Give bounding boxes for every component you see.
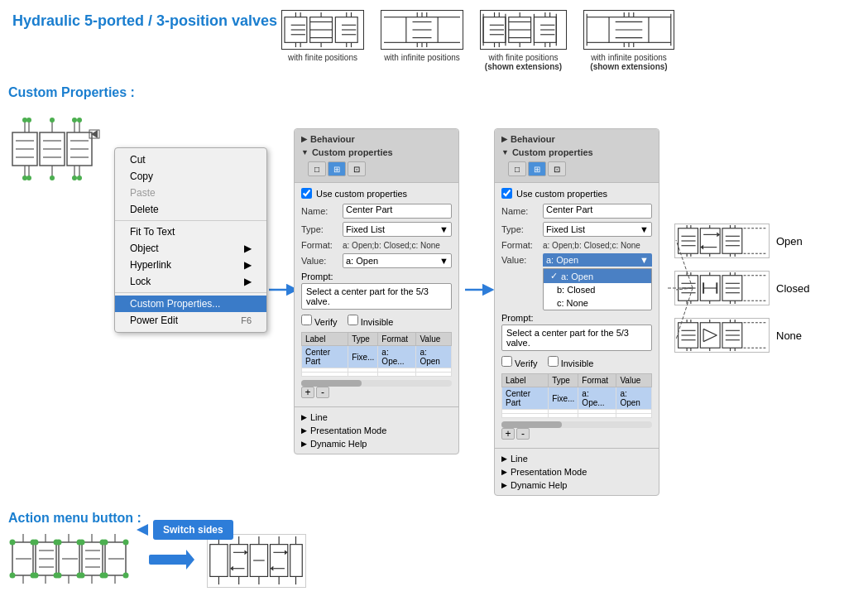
fit-to-text-menu-item[interactable]: Fit To Text xyxy=(115,224,266,240)
dropdown-option-open[interactable]: ✓a: Open xyxy=(544,269,651,283)
valve-shape-finite: with finite positions xyxy=(281,10,364,62)
toolbar-btn-5[interactable]: ⊞ xyxy=(528,161,546,176)
copy-menu-item[interactable]: Copy xyxy=(115,168,266,185)
custom-props-title-2: ▼ Custom properties xyxy=(501,146,652,159)
use-custom-props-1[interactable]: Use custom properties xyxy=(301,188,452,199)
verify-row-2: Verify Invisible xyxy=(501,356,652,368)
remove-btn-1[interactable]: - xyxy=(316,387,329,398)
svg-point-102 xyxy=(50,118,55,123)
svg-point-233 xyxy=(103,573,108,579)
remove-btn-2[interactable]: - xyxy=(516,428,530,440)
object-menu-item[interactable]: Object ▶ xyxy=(115,240,266,257)
dynamic-help-item-1[interactable]: ▶ Dynamic Help xyxy=(301,437,452,450)
add-btn-2[interactable]: + xyxy=(501,428,515,440)
valve-shape-finite-ext: with finite positions(shown extensions) xyxy=(480,10,567,71)
svg-point-221 xyxy=(33,573,39,579)
custom-props-title-1: ▼ Custom properties xyxy=(301,146,452,159)
svg-point-232 xyxy=(123,540,129,546)
valve-infinite-ext-label: with infinite positions(shown extensions… xyxy=(590,53,667,71)
separator-1 xyxy=(115,220,266,221)
action-valve-svg xyxy=(8,532,137,586)
tooltip-triangle xyxy=(137,524,148,536)
toolbar-btn-6[interactable]: ⊡ xyxy=(548,161,566,176)
hyperlink-menu-item[interactable]: Hyperlink ▶ xyxy=(115,257,266,273)
delete-menu-item[interactable]: Delete xyxy=(115,201,266,218)
svg-marker-251 xyxy=(270,565,273,570)
result-valve-svg xyxy=(207,534,306,588)
svg-rect-238 xyxy=(210,544,228,576)
name-field-1: Name: Center Part xyxy=(301,204,452,219)
svg-rect-236 xyxy=(149,555,189,565)
svg-point-223 xyxy=(56,540,62,546)
svg-line-169 xyxy=(703,329,717,335)
svg-point-104 xyxy=(77,118,82,123)
properties-table-1: Label Type Format Value Center Part Fixe… xyxy=(301,332,452,377)
arrow-2 xyxy=(465,281,494,300)
table-row xyxy=(502,414,652,418)
svg-marker-121 xyxy=(717,233,720,238)
context-menu: Cut Copy Paste Delete Fit To Text Object… xyxy=(114,147,267,333)
svg-point-225 xyxy=(56,573,62,579)
toolbar-btn-4[interactable]: □ xyxy=(508,161,526,176)
dropdown-option-none[interactable]: c: None xyxy=(544,296,651,310)
action-hydraulic-symbol: Switch sides xyxy=(8,532,137,589)
presentation-mode-item-1[interactable]: ▶ Presentation Mode xyxy=(301,424,452,437)
table-row xyxy=(302,373,452,377)
value-field-1: Value: a: Open ▼ xyxy=(301,253,452,268)
action-menu-section: Action menu button : xyxy=(8,511,306,589)
value-dropdown-options: ✓a: Open b: Closed c: None xyxy=(543,268,652,310)
switch-sides-button[interactable]: Switch sides xyxy=(153,520,233,540)
line-item-1[interactable]: ▶ Line xyxy=(301,411,452,424)
prompt-area-2: Prompt: Select a center part for the 5/3… xyxy=(501,313,652,351)
open-label: Open xyxy=(776,235,803,248)
svg-rect-239 xyxy=(230,544,247,576)
cut-menu-item[interactable]: Cut xyxy=(115,151,266,168)
toolbar-btn-3[interactable]: ⊡ xyxy=(348,161,366,176)
svg-point-217 xyxy=(10,573,16,579)
verify-row-1: Verify Invisible xyxy=(301,315,452,327)
lock-menu-item[interactable]: Lock ▶ xyxy=(115,273,266,290)
properties-table-2: Label Type Format Value Center Part Fixe… xyxy=(501,373,652,418)
panel-toolbar-1: □ ⊞ ⊡ xyxy=(301,159,452,179)
property-panel-2: ▶ Behaviour ▼ Custom properties □ ⊞ ⊡ Us… xyxy=(494,128,668,496)
svg-point-219 xyxy=(33,540,39,546)
scrollbar-2[interactable] xyxy=(501,421,652,428)
scrollbar-1[interactable] xyxy=(301,380,452,387)
svg-marker-237 xyxy=(186,550,194,570)
use-custom-props-2[interactable]: Use custom properties xyxy=(501,188,652,199)
svg-rect-241 xyxy=(270,544,287,576)
value-field-2: Value: a: Open▼ ✓a: Open b: Closed c: No… xyxy=(501,253,652,267)
valve-finite-ext-label: with finite positions(shown extensions) xyxy=(485,53,562,71)
table-row[interactable]: Center Part Fixe... a: Ope... a: Open xyxy=(302,346,452,368)
dynamic-help-item-2[interactable]: ▶ Dynamic Help xyxy=(501,478,652,492)
svg-line-170 xyxy=(703,335,717,342)
name-field-2: Name: Center Part xyxy=(501,204,652,219)
none-shape-svg xyxy=(674,318,770,353)
presentation-mode-item-2[interactable]: ▶ Presentation Mode xyxy=(501,465,652,478)
type-field-2: Type: Fixed List ▼ xyxy=(501,222,652,237)
dropdown-option-closed[interactable]: b: Closed xyxy=(544,283,651,296)
svg-rect-242 xyxy=(290,544,303,576)
closed-shape-svg xyxy=(674,271,770,305)
line-item-2[interactable]: ▶ Line xyxy=(501,452,652,465)
separator-2 xyxy=(115,292,266,293)
svg-point-227 xyxy=(79,540,85,546)
open-shape-svg xyxy=(674,224,770,258)
table-row[interactable]: Center Part Fixe... a: Ope... a: Open xyxy=(502,387,652,410)
valve-shape-infinite: with infinite positions xyxy=(381,10,463,62)
svg-point-108 xyxy=(72,175,77,180)
type-field-1: Type: Fixed List ▼ xyxy=(301,222,452,237)
hydraulic-symbol xyxy=(8,112,116,186)
power-edit-menu-item[interactable]: Power Edit F6 xyxy=(115,312,266,329)
prompt-area-1: Prompt: Select a center part for the 5/3… xyxy=(301,272,452,310)
svg-marker-249 xyxy=(285,550,288,555)
svg-marker-235 xyxy=(137,524,148,536)
svg-point-107 xyxy=(50,175,55,180)
add-btn-1[interactable]: + xyxy=(301,387,314,398)
svg-point-106 xyxy=(26,175,31,180)
valve-shape-infinite-ext: with infinite positions(shown extensions… xyxy=(583,10,674,71)
custom-properties-menu-item[interactable]: Custom Properties... xyxy=(115,296,266,312)
toolbar-btn-2[interactable]: ⊞ xyxy=(328,161,346,176)
add-remove-row-2: + - xyxy=(501,428,652,440)
toolbar-btn-1[interactable]: □ xyxy=(308,161,326,176)
